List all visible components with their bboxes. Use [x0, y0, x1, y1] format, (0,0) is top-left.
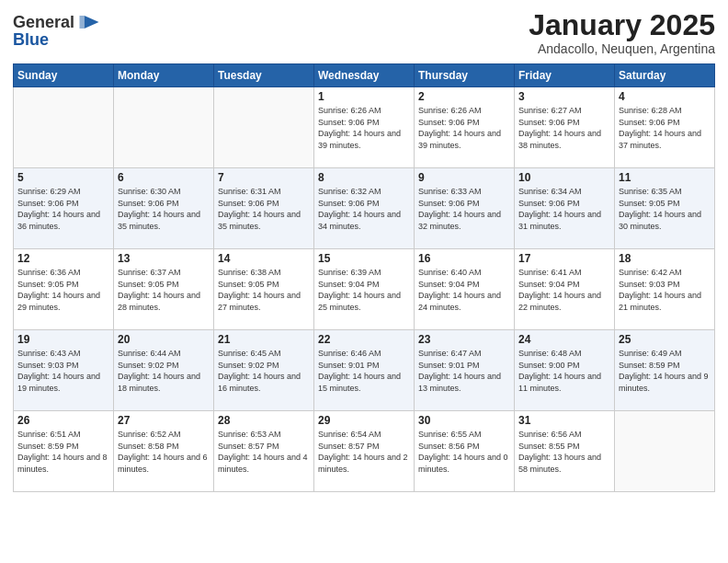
day-info: Sunrise: 6:42 AMSunset: 9:03 PMDaylight:…: [619, 268, 701, 312]
table-row: 22Sunrise: 6:46 AMSunset: 9:01 PMDayligh…: [314, 330, 415, 411]
header-monday: Monday: [114, 64, 214, 87]
day-number: 4: [619, 90, 711, 103]
day-info: Sunrise: 6:56 AMSunset: 8:55 PMDaylight:…: [518, 430, 601, 474]
header-tuesday: Tuesday: [214, 64, 314, 87]
day-info: Sunrise: 6:34 AMSunset: 9:06 PMDaylight:…: [518, 187, 601, 231]
day-info: Sunrise: 6:32 AMSunset: 9:06 PMDaylight:…: [318, 187, 401, 231]
svg-marker-0: [85, 16, 99, 29]
header-friday: Friday: [515, 64, 615, 87]
table-row: [214, 87, 314, 168]
day-info: Sunrise: 6:47 AMSunset: 9:01 PMDaylight:…: [418, 349, 501, 393]
day-info: Sunrise: 6:41 AMSunset: 9:04 PMDaylight:…: [518, 268, 601, 312]
table-row: 9Sunrise: 6:33 AMSunset: 9:06 PMDaylight…: [415, 168, 515, 249]
day-info: Sunrise: 6:29 AMSunset: 9:06 PMDaylight:…: [17, 187, 100, 231]
table-row: 4Sunrise: 6:28 AMSunset: 9:06 PMDaylight…: [615, 87, 715, 168]
table-row: 19Sunrise: 6:43 AMSunset: 9:03 PMDayligh…: [14, 330, 114, 411]
day-number: 19: [17, 333, 109, 346]
table-row: 30Sunrise: 6:55 AMSunset: 8:56 PMDayligh…: [415, 411, 515, 492]
table-row: 3Sunrise: 6:27 AMSunset: 9:06 PMDaylight…: [515, 87, 615, 168]
calendar-row: 12Sunrise: 6:36 AMSunset: 9:05 PMDayligh…: [14, 249, 715, 330]
day-info: Sunrise: 6:28 AMSunset: 9:06 PMDaylight:…: [619, 106, 701, 150]
table-row: 14Sunrise: 6:38 AMSunset: 9:05 PMDayligh…: [214, 249, 314, 330]
day-number: 5: [17, 171, 109, 184]
subtitle: Andacollo, Neuquen, Argentina: [529, 41, 715, 56]
logo-icon: [76, 9, 102, 35]
day-number: 10: [518, 171, 610, 184]
day-number: 20: [118, 333, 210, 346]
calendar-row: 26Sunrise: 6:51 AMSunset: 8:59 PMDayligh…: [14, 411, 715, 492]
svg-marker-1: [80, 16, 85, 29]
day-info: Sunrise: 6:26 AMSunset: 9:06 PMDaylight:…: [418, 106, 501, 150]
day-info: Sunrise: 6:26 AMSunset: 9:06 PMDaylight:…: [318, 106, 401, 150]
day-number: 23: [418, 333, 510, 346]
calendar-row: 5Sunrise: 6:29 AMSunset: 9:06 PMDaylight…: [14, 168, 715, 249]
table-row: 11Sunrise: 6:35 AMSunset: 9:05 PMDayligh…: [615, 168, 715, 249]
day-info: Sunrise: 6:53 AMSunset: 8:57 PMDaylight:…: [218, 430, 308, 474]
day-number: 30: [418, 414, 510, 427]
header-thursday: Thursday: [415, 64, 515, 87]
table-row: 6Sunrise: 6:30 AMSunset: 9:06 PMDaylight…: [114, 168, 214, 249]
table-row: 20Sunrise: 6:44 AMSunset: 9:02 PMDayligh…: [114, 330, 214, 411]
logo-blue: Blue: [13, 31, 49, 48]
day-number: 31: [518, 414, 610, 427]
day-info: Sunrise: 6:48 AMSunset: 9:00 PMDaylight:…: [518, 349, 601, 393]
table-row: 17Sunrise: 6:41 AMSunset: 9:04 PMDayligh…: [515, 249, 615, 330]
table-row: [14, 87, 114, 168]
day-number: 27: [118, 414, 210, 427]
table-row: 28Sunrise: 6:53 AMSunset: 8:57 PMDayligh…: [214, 411, 314, 492]
month-title: January 2025: [529, 9, 715, 41]
day-number: 14: [218, 252, 310, 265]
table-row: 13Sunrise: 6:37 AMSunset: 9:05 PMDayligh…: [114, 249, 214, 330]
day-number: 9: [418, 171, 510, 184]
logo-general: General: [13, 14, 74, 30]
day-info: Sunrise: 6:54 AMSunset: 8:57 PMDaylight:…: [318, 430, 408, 474]
day-number: 7: [218, 171, 310, 184]
header-wednesday: Wednesday: [314, 64, 415, 87]
weekday-header-row: Sunday Monday Tuesday Wednesday Thursday…: [14, 64, 715, 87]
day-info: Sunrise: 6:52 AMSunset: 8:58 PMDaylight:…: [118, 430, 208, 474]
page: General Blue January 2025 Andacollo, Neu…: [0, 0, 728, 563]
day-number: 15: [318, 252, 410, 265]
table-row: 8Sunrise: 6:32 AMSunset: 9:06 PMDaylight…: [314, 168, 415, 249]
day-info: Sunrise: 6:46 AMSunset: 9:01 PMDaylight:…: [318, 349, 401, 393]
day-info: Sunrise: 6:40 AMSunset: 9:04 PMDaylight:…: [418, 268, 501, 312]
day-number: 18: [619, 252, 711, 265]
table-row: 29Sunrise: 6:54 AMSunset: 8:57 PMDayligh…: [314, 411, 415, 492]
day-info: Sunrise: 6:44 AMSunset: 9:02 PMDaylight:…: [118, 349, 200, 393]
table-row: [114, 87, 214, 168]
day-number: 12: [17, 252, 109, 265]
day-info: Sunrise: 6:31 AMSunset: 9:06 PMDaylight:…: [218, 187, 301, 231]
day-number: 24: [518, 333, 610, 346]
header-saturday: Saturday: [615, 64, 715, 87]
table-row: 12Sunrise: 6:36 AMSunset: 9:05 PMDayligh…: [14, 249, 114, 330]
day-number: 13: [118, 252, 210, 265]
table-row: 18Sunrise: 6:42 AMSunset: 9:03 PMDayligh…: [615, 249, 715, 330]
table-row: 27Sunrise: 6:52 AMSunset: 8:58 PMDayligh…: [114, 411, 214, 492]
day-number: 21: [218, 333, 310, 346]
day-info: Sunrise: 6:27 AMSunset: 9:06 PMDaylight:…: [518, 106, 601, 150]
day-info: Sunrise: 6:43 AMSunset: 9:03 PMDaylight:…: [17, 349, 100, 393]
day-info: Sunrise: 6:30 AMSunset: 9:06 PMDaylight:…: [118, 187, 200, 231]
day-info: Sunrise: 6:45 AMSunset: 9:02 PMDaylight:…: [218, 349, 301, 393]
day-number: 29: [318, 414, 410, 427]
day-number: 1: [318, 90, 410, 103]
day-number: 16: [418, 252, 510, 265]
day-info: Sunrise: 6:55 AMSunset: 8:56 PMDaylight:…: [418, 430, 508, 474]
table-row: 15Sunrise: 6:39 AMSunset: 9:04 PMDayligh…: [314, 249, 415, 330]
day-info: Sunrise: 6:51 AMSunset: 8:59 PMDaylight:…: [17, 430, 108, 474]
table-row: 24Sunrise: 6:48 AMSunset: 9:00 PMDayligh…: [515, 330, 615, 411]
day-number: 17: [518, 252, 610, 265]
table-row: 5Sunrise: 6:29 AMSunset: 9:06 PMDaylight…: [14, 168, 114, 249]
day-number: 6: [118, 171, 210, 184]
table-row: 7Sunrise: 6:31 AMSunset: 9:06 PMDaylight…: [214, 168, 314, 249]
day-info: Sunrise: 6:36 AMSunset: 9:05 PMDaylight:…: [17, 268, 100, 312]
calendar-row: 19Sunrise: 6:43 AMSunset: 9:03 PMDayligh…: [14, 330, 715, 411]
day-info: Sunrise: 6:39 AMSunset: 9:04 PMDaylight:…: [318, 268, 401, 312]
day-info: Sunrise: 6:35 AMSunset: 9:05 PMDaylight:…: [619, 187, 701, 231]
calendar-table: Sunday Monday Tuesday Wednesday Thursday…: [13, 63, 715, 492]
logo: General Blue: [13, 9, 102, 48]
header: General Blue January 2025 Andacollo, Neu…: [13, 9, 715, 56]
table-row: 26Sunrise: 6:51 AMSunset: 8:59 PMDayligh…: [14, 411, 114, 492]
table-row: 2Sunrise: 6:26 AMSunset: 9:06 PMDaylight…: [415, 87, 515, 168]
table-row: [615, 411, 715, 492]
